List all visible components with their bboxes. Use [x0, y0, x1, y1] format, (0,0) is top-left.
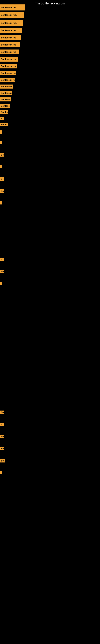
bar-item-9: Bottleneck res	[0, 71, 16, 75]
bar-label-33: |	[0, 471, 1, 474]
bar-item-31: Bo	[0, 447, 4, 450]
bar-label-25: B	[0, 258, 3, 261]
bar-label-17: Bottle	[0, 123, 8, 126]
bar-item-16: B	[0, 117, 3, 120]
bar-item-23: Bo	[0, 189, 4, 193]
bar-label-11: Bottleneck r	[0, 84, 13, 88]
bar-item-27: |	[0, 282, 1, 285]
bar-label-12: Bottleneck r	[0, 91, 12, 95]
bar-label-8: Bottleneck res	[0, 64, 17, 68]
bar-item-0: Bottleneck resu	[0, 4, 25, 10]
bar-item-25: B	[0, 258, 3, 261]
bar-label-10: Bottleneck re	[0, 78, 15, 82]
bar-label-31: Bo	[0, 447, 4, 450]
bar-label-15: Bottlen	[0, 110, 8, 114]
bar-label-20: Bo	[0, 153, 4, 156]
bar-item-4: Bottleneck res	[0, 35, 21, 40]
bar-label-28: Bo	[0, 410, 4, 414]
bar-item-5: Bottleneck res	[0, 42, 20, 47]
bar-label-0: Bottleneck resu	[0, 4, 25, 10]
bar-item-29: B	[0, 422, 3, 426]
bar-item-2: Bottleneck resu	[0, 20, 23, 26]
bar-label-30: Bo	[0, 435, 4, 438]
bar-label-16: B	[0, 117, 3, 120]
bar-item-18: |	[0, 130, 1, 134]
bar-label-27: |	[0, 282, 1, 285]
bar-label-3: Bottleneck res	[0, 28, 22, 33]
bar-item-6: Bottleneck res	[0, 50, 19, 54]
bar-label-32: Bot	[0, 459, 5, 462]
bar-label-23: Bo	[0, 189, 4, 193]
bar-item-32: Bot	[0, 459, 5, 462]
bar-item-11: Bottleneck r	[0, 84, 13, 88]
bar-label-26: Bo	[0, 270, 4, 273]
bar-label-21: |	[0, 165, 1, 168]
bar-item-24: |	[0, 201, 1, 204]
bar-label-5: Bottleneck res	[0, 42, 20, 47]
bar-label-9: Bottleneck res	[0, 71, 16, 75]
bar-label-6: Bottleneck res	[0, 50, 19, 54]
bar-item-22: B	[0, 177, 3, 181]
bar-item-3: Bottleneck res	[0, 28, 22, 33]
bar-label-19: |	[0, 141, 1, 144]
bar-label-22: B	[0, 177, 3, 181]
bar-item-14: Bottleneck r	[0, 104, 10, 108]
bar-label-1: Bottleneck resu	[0, 12, 24, 18]
bar-label-13: Bottleneck r	[0, 98, 11, 102]
bar-label-18: |	[0, 130, 1, 134]
bar-item-20: Bo	[0, 153, 4, 156]
bar-label-7: Bottleneck res	[0, 57, 18, 62]
bar-label-14: Bottleneck r	[0, 104, 10, 108]
bar-item-21: |	[0, 165, 1, 168]
bar-item-10: Bottleneck re	[0, 78, 15, 82]
bar-item-12: Bottleneck r	[0, 91, 12, 95]
bar-item-8: Bottleneck res	[0, 64, 17, 68]
bar-label-29: B	[0, 422, 3, 426]
bar-label-2: Bottleneck resu	[0, 20, 23, 26]
bar-item-28: Bo	[0, 410, 4, 414]
bar-item-1: Bottleneck resu	[0, 12, 24, 18]
bar-label-24: |	[0, 201, 1, 204]
bar-label-4: Bottleneck res	[0, 35, 21, 40]
chart-container: TheBottlenecker.com Bottleneck resuBottl…	[0, 0, 100, 644]
bar-item-26: Bo	[0, 270, 4, 273]
bar-item-15: Bottlen	[0, 110, 8, 114]
bar-item-30: Bo	[0, 435, 4, 438]
bar-item-19: |	[0, 141, 1, 144]
bar-item-33: |	[0, 471, 1, 474]
bar-item-13: Bottleneck r	[0, 98, 11, 102]
bar-item-17: Bottle	[0, 123, 8, 126]
bar-item-7: Bottleneck res	[0, 57, 18, 62]
